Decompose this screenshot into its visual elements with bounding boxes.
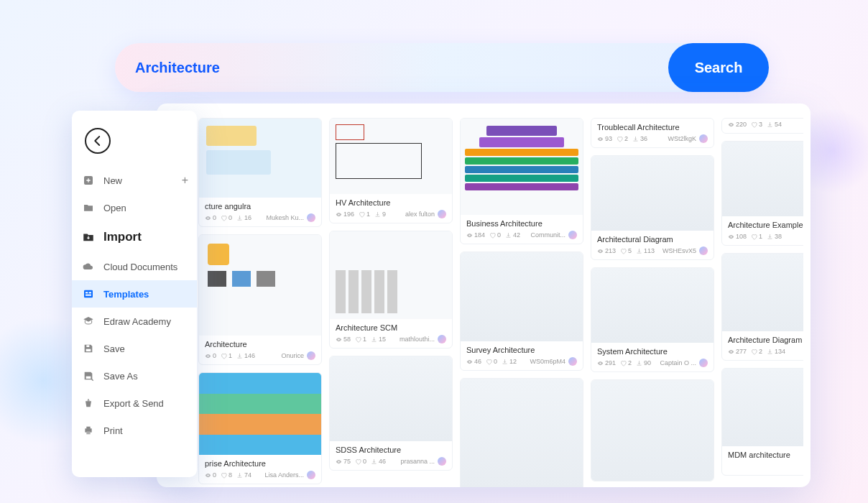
svg-rect-3 xyxy=(89,292,91,293)
template-author: Captain O ... xyxy=(660,359,708,367)
menu-label: Edraw Academy xyxy=(103,316,171,327)
views-stat: 196 xyxy=(336,211,354,218)
sidebar-item-templates[interactable]: Templates xyxy=(72,280,197,308)
likes-stat: 3 xyxy=(751,121,762,128)
open-icon xyxy=(82,201,95,214)
template-card[interactable]: System Architecture291290Captain O ... xyxy=(591,267,714,372)
sidebar-item-print[interactable]: Print xyxy=(72,417,197,444)
downloads-stat: 46 xyxy=(371,458,386,465)
arrow-left-icon xyxy=(91,134,104,147)
views-stat: 108 xyxy=(728,233,747,240)
template-title: prise Architecture xyxy=(199,455,321,469)
downloads-stat: 9 xyxy=(374,211,386,218)
downloads-stat: 74 xyxy=(236,471,251,479)
template-card[interactable]: HV Architecture19619alex fulton xyxy=(329,118,453,223)
likes-stat: 1 xyxy=(751,233,762,240)
template-card[interactable]: Architecture Example108138Rah... xyxy=(721,141,803,246)
template-card[interactable]: cture angulra0016Mukesh Ku... xyxy=(198,118,322,227)
sidebar-item-save-as[interactable]: Save As xyxy=(72,362,197,389)
sidebar-item-import[interactable]: Import xyxy=(72,221,197,253)
template-title: Architectural Diagram xyxy=(591,231,714,245)
likes-stat: 8 xyxy=(221,471,232,479)
template-card[interactable]: Architecture SCM58115mathlouthi... xyxy=(329,231,453,349)
template-card[interactable]: 220354 xyxy=(721,118,803,134)
template-card[interactable]: Architecture01146Onurice xyxy=(198,234,322,365)
template-thumbnail xyxy=(461,379,583,487)
downloads-stat: 36 xyxy=(632,135,647,142)
template-title: Troublecall Architecture xyxy=(591,119,714,133)
sidebar-item-save[interactable]: Save xyxy=(72,335,197,362)
template-title: Survey Architecture xyxy=(461,341,583,356)
template-meta: 220354 xyxy=(722,119,803,133)
print-icon xyxy=(82,424,95,437)
template-grid: cture angulra0016Mukesh Ku... Architectu… xyxy=(198,118,803,487)
template-card[interactable]: Business Architecture184042Communit... xyxy=(460,118,583,244)
views-stat: 213 xyxy=(597,247,616,254)
template-thumbnail xyxy=(330,356,452,441)
avatar-icon xyxy=(699,134,708,143)
template-author: prasanna ... xyxy=(400,457,446,466)
export-send-icon xyxy=(82,397,95,410)
template-title: Business Architecture xyxy=(461,215,583,229)
template-card[interactable] xyxy=(591,379,714,481)
template-author: Lisa Anders... xyxy=(264,471,315,479)
back-button[interactable] xyxy=(85,128,111,154)
template-title: HV Architecture xyxy=(330,194,452,208)
downloads-stat: 42 xyxy=(505,231,520,239)
template-author: Mukesh Ku... xyxy=(266,213,315,222)
template-title: Architecture Diagram xyxy=(722,331,803,346)
svg-rect-2 xyxy=(86,292,88,293)
downloads-stat: 38 xyxy=(767,233,782,240)
search-button[interactable]: Search xyxy=(668,43,769,92)
views-stat: 46 xyxy=(466,358,481,365)
template-meta: 2772134Cher... xyxy=(722,346,803,360)
save-icon xyxy=(82,342,95,355)
sidebar-item-edraw-academy[interactable]: Edraw Academy xyxy=(72,308,197,335)
views-stat: 58 xyxy=(336,336,351,343)
views-stat: 0 xyxy=(205,214,216,221)
sidebar-panel: New+OpenImportCloud DocumentsTemplatesEd… xyxy=(72,111,197,477)
import-icon xyxy=(82,231,95,244)
template-card[interactable]: Architecture Diagram2772134Cher... xyxy=(721,253,803,361)
template-meta: 108138Rah... xyxy=(722,231,803,245)
likes-stat: 0 xyxy=(486,358,497,365)
menu-label: Open xyxy=(103,203,126,213)
svg-rect-1 xyxy=(84,290,93,298)
search-input-text[interactable]: Architecture xyxy=(135,60,668,76)
template-card[interactable]: MDM architecture xyxy=(721,368,803,476)
menu-label: Save xyxy=(103,343,125,354)
template-meta: 184042Communit... xyxy=(461,229,583,244)
likes-stat: 1 xyxy=(221,352,232,359)
sidebar-item-export-send[interactable]: Export & Send xyxy=(72,389,197,417)
downloads-stat: 16 xyxy=(236,214,251,221)
menu-label: Print xyxy=(103,425,123,436)
downloads-stat: 54 xyxy=(767,121,782,128)
template-thumbnail xyxy=(330,119,452,194)
svg-rect-10 xyxy=(86,431,90,434)
avatar-icon xyxy=(307,351,315,360)
template-card[interactable]: Survey Architecture46012WS0m6pM4 xyxy=(460,251,583,371)
template-thumbnail xyxy=(199,373,321,455)
template-card[interactable] xyxy=(460,378,583,487)
template-meta: 291290Captain O ... xyxy=(591,357,714,372)
template-title: Architecture xyxy=(199,336,321,350)
avatar-icon xyxy=(699,359,708,367)
sidebar-item-cloud-documents[interactable]: Cloud Documents xyxy=(72,253,197,280)
template-card[interactable]: Architectural Diagram2135113WSHEsvX5 xyxy=(591,155,714,260)
search-bar[interactable]: Architecture Search xyxy=(115,43,769,92)
sidebar-item-open[interactable]: Open xyxy=(72,194,197,221)
template-meta: 0874Lisa Anders... xyxy=(199,469,321,484)
templates-window: cture angulra0016Mukesh Ku... Architectu… xyxy=(157,103,811,487)
template-meta: 0016Mukesh Ku... xyxy=(199,212,321,226)
likes-stat: 5 xyxy=(620,247,632,254)
sidebar-item-new[interactable]: New+ xyxy=(72,167,197,194)
template-thumbnail xyxy=(591,380,714,481)
edraw-academy-icon xyxy=(82,315,95,328)
template-card[interactable]: prise Architecture0874Lisa Anders... xyxy=(198,372,322,484)
menu-label: Import xyxy=(103,230,142,244)
likes-stat: 1 xyxy=(355,336,366,343)
template-thumbnail xyxy=(722,254,803,331)
template-card[interactable]: Troublecall Architecture93236WSt2lkgK xyxy=(591,118,714,148)
template-author: mathlouthi... xyxy=(400,335,446,343)
template-card[interactable]: SDSS Architecture75046prasanna ... xyxy=(329,356,453,471)
